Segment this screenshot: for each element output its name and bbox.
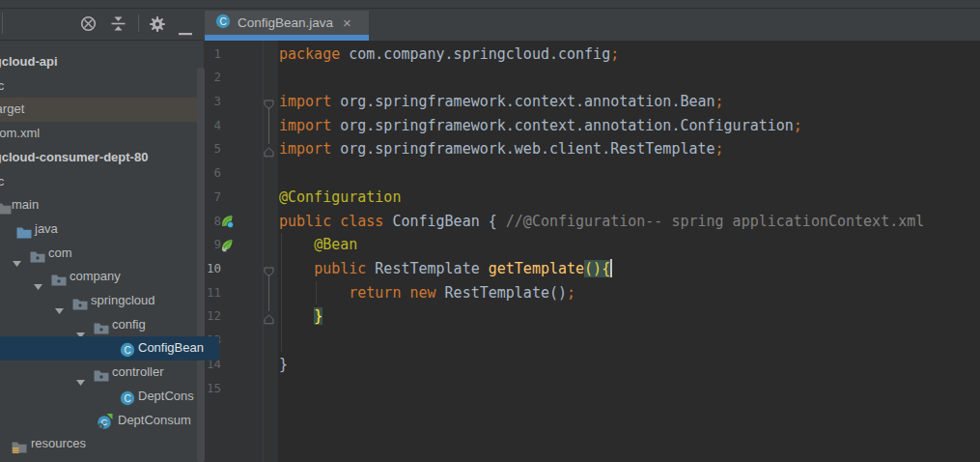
tree-item-controller[interactable]: controller	[0, 361, 204, 385]
code-line[interactable]: @Configuration	[279, 186, 924, 210]
tab-label: ConfigBean.java	[238, 15, 333, 30]
panel-left-border	[2, 13, 3, 34]
top-divider	[0, 8, 980, 9]
svg-text:C: C	[124, 345, 130, 356]
tree-item-label: pom.xml	[0, 122, 40, 146]
line-number: 11	[204, 281, 221, 305]
fold-range-line	[268, 107, 269, 143]
tree-item-com[interactable]: com	[0, 242, 204, 266]
line-number: 1	[204, 43, 221, 67]
code-line[interactable]: public class ConfigBean { //@Configurati…	[279, 210, 924, 234]
line-number: 10	[204, 257, 221, 281]
settings-icon[interactable]	[149, 15, 166, 33]
fold-marker-start[interactable]	[264, 97, 274, 107]
code-line[interactable]: }	[279, 353, 924, 377]
code-line[interactable]: package com.company.springcloud.config;	[279, 43, 924, 67]
tree-item-label: src	[0, 170, 4, 194]
code-line[interactable]	[279, 329, 924, 353]
svg-text:C: C	[219, 15, 226, 26]
tree-item-label: src	[0, 74, 4, 99]
tree-item-configbean[interactable]: CConfigBean	[0, 336, 219, 361]
text-caret	[610, 259, 612, 277]
indent-guide	[316, 281, 317, 304]
toolbar-separator	[138, 14, 139, 32]
tree-item-label: springcloud-consumer-dept-80	[0, 146, 148, 170]
tree-item-springcloud-consumer-dept-80[interactable]: springcloud-consumer-dept-80	[0, 146, 204, 170]
tree-item-config[interactable]: config	[0, 313, 204, 337]
class-icon: C	[215, 14, 231, 33]
line-number: 7	[204, 186, 221, 210]
folder-resources-icon	[12, 437, 27, 461]
tree-item-label: ConfigBean	[138, 336, 204, 361]
tree-item-label: com	[48, 242, 72, 266]
close-icon[interactable]: ×	[343, 15, 351, 30]
line-number: 5	[204, 137, 221, 161]
tree-item-src[interactable]: src	[0, 170, 204, 194]
line-number: 2	[204, 66, 221, 90]
code-line[interactable]	[279, 161, 924, 186]
hide-icon[interactable]	[179, 22, 196, 40]
code-line[interactable]	[279, 66, 924, 90]
ide-window: { "colors":{"panel_bg":"#3c3f41","editor…	[0, 0, 980, 462]
tree-item-deptconsum[interactable]: CDeptConsum	[0, 409, 204, 433]
line-number: 3	[204, 90, 221, 114]
fold-marker-start[interactable]	[264, 264, 274, 274]
line-number: 4	[204, 114, 221, 138]
code-editor[interactable]: 123456789101112131415 package com.compan…	[204, 41, 980, 462]
tree-item-java[interactable]: java	[0, 217, 204, 242]
fold-marker-end[interactable]	[264, 144, 274, 155]
tab-configbean-java[interactable]: C ConfigBean.java ×	[205, 11, 369, 35]
tree-item-label: resources	[31, 432, 86, 456]
tree-item-label: target	[0, 98, 24, 122]
tree-item-springcloud-api[interactable]: springcloud-api	[0, 50, 204, 74]
line-number: 12	[204, 304, 221, 329]
tree-item-target[interactable]: target	[0, 98, 197, 122]
code-line[interactable]: import org.springframework.context.annot…	[279, 114, 924, 138]
code-line[interactable]: public RestTemplate getTemplate(){	[279, 257, 924, 281]
tree-item-springcloud[interactable]: springcloud	[0, 289, 204, 313]
svg-text:C: C	[124, 392, 130, 403]
tree-item-label: config	[112, 313, 146, 337]
tree-item-label: java	[35, 217, 58, 242]
line-number: 6	[204, 161, 221, 186]
tree-item-label: main	[12, 193, 39, 217]
tree-item-src[interactable]: src	[0, 74, 204, 99]
tree-item-label: DeptConsum	[118, 409, 191, 433]
fold-marker-end[interactable]	[264, 311, 274, 322]
class-icon: C	[120, 341, 135, 365]
code-area[interactable]: package com.company.springcloud.config;i…	[279, 43, 924, 401]
tree-item-label: company	[70, 265, 121, 289]
spring-bean-icon[interactable]	[219, 238, 235, 253]
tree-item-main[interactable]: main	[0, 193, 204, 217]
tree-item-label: DeptCons	[138, 385, 194, 409]
code-line[interactable]: import org.springframework.web.client.Re…	[279, 137, 924, 161]
tree-item-pom.xml[interactable]: pom.xml	[0, 122, 204, 146]
tree-item-deptcons[interactable]: CDeptCons	[0, 385, 204, 409]
top-bar: C ConfigBean.java ×	[0, 0, 980, 41]
code-line[interactable]: return new RestTemplate();	[279, 281, 924, 305]
line-number: 15	[204, 377, 221, 401]
tree-item-label: springcloud	[91, 289, 155, 313]
code-line[interactable]: }	[279, 304, 924, 329]
indent-guide	[281, 233, 282, 352]
code-line[interactable]	[279, 377, 924, 401]
code-line[interactable]: @Bean	[279, 233, 924, 257]
tree-item-label: springcloud-api	[0, 50, 58, 74]
fold-range-line	[268, 274, 269, 310]
collapse-all-icon[interactable]	[110, 15, 127, 33]
locate-icon[interactable]	[80, 15, 98, 33]
spring-config-icon[interactable]	[219, 214, 235, 229]
tree-item-company[interactable]: company	[0, 265, 204, 289]
project-tree: springcloud-apisrctargetpom.xmlspringclo…	[0, 41, 204, 462]
tree-item-resources[interactable]: resources	[0, 432, 204, 456]
code-line[interactable]: import org.springframework.context.annot…	[279, 90, 924, 114]
